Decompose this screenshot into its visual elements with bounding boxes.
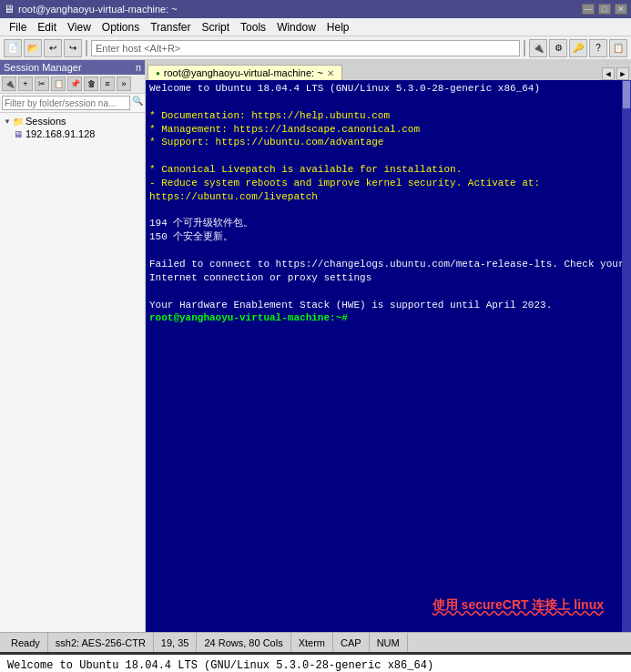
lower-terminal[interactable]: Welcome to Ubuntu 18.04.4 LTS (GNU/Linux… — [0, 652, 631, 672]
toolbar-sep1 — [86, 40, 87, 56]
lt-line-1: Welcome to Ubuntu 18.04.4 LTS (GNU/Linux… — [7, 658, 624, 672]
status-dimensions: 24 Rows, 80 Cols — [197, 633, 290, 652]
term-line-hwe: Your Hardware Enablement Stack (HWE) is … — [149, 299, 627, 312]
sessions-folder-icon: 📁 — [13, 116, 24, 127]
session-tb-more[interactable]: » — [117, 76, 131, 91]
session-panel: Session Manager п 🔌 + ✂ 📋 📌 🗑 ≡ » 🔍 ▼ 📁 … — [0, 60, 146, 632]
term-line-1: Welcome to Ubuntu 18.04.4 LTS (GNU/Linux… — [149, 82, 627, 96]
status-num: NUM — [370, 633, 408, 652]
term-line-support: * Support: https://ubuntu.com/advantage — [149, 136, 627, 149]
sessions-label: Sessions — [25, 116, 66, 127]
main-layout: Session Manager п 🔌 + ✂ 📋 📌 🗑 ≡ » 🔍 ▼ 📁 … — [0, 60, 631, 632]
toolbar-forward[interactable]: ↪ — [64, 39, 82, 57]
toolbar-new[interactable]: 📄 — [4, 39, 22, 57]
status-ready: Ready — [4, 633, 48, 652]
app-icon: 🖥 — [4, 3, 15, 15]
toolbar-key[interactable]: 🔑 — [569, 39, 587, 57]
term-line-proxy: Internet connection or proxy settings — [149, 271, 627, 285]
toolbar-open[interactable]: 📂 — [24, 39, 42, 57]
toolbar-settings[interactable]: ⚙ — [549, 39, 567, 57]
terminal-scrollbar[interactable] — [622, 80, 631, 632]
host-label: 192.168.91.128 — [25, 128, 95, 139]
tab-main[interactable]: ● root@yanghaoyu-virtual-machine: ~ ✕ — [148, 65, 342, 80]
session-tb-new[interactable]: + — [18, 76, 33, 91]
session-panel-header: Session Manager п — [0, 60, 145, 75]
session-tb-copy[interactable]: 📋 — [51, 76, 66, 91]
menu-help[interactable]: Help — [321, 18, 355, 36]
search-icon[interactable]: 🔍 — [132, 96, 143, 110]
minimize-button[interactable]: — — [582, 4, 595, 15]
tab-bar: ● root@yanghaoyu-virtual-machine: ~ ✕ ◀ … — [146, 60, 631, 80]
session-panel-title: Session Manager — [4, 62, 82, 73]
sessions-arrow-icon: ▼ — [4, 117, 11, 126]
tab-nav-left[interactable]: ◀ — [602, 67, 615, 80]
status-caps: CAP — [333, 633, 370, 652]
session-tb-delete[interactable]: 🗑 — [84, 76, 98, 91]
menu-options[interactable]: Options — [97, 18, 145, 36]
term-line-prompt: root@yanghaoyu-virtual-machine:~# — [149, 311, 627, 325]
host-icon: 🖥 — [13, 128, 24, 139]
tab-green-dot: ● — [156, 69, 160, 77]
tab-navigation: ◀ ▶ — [602, 67, 629, 80]
menu-window[interactable]: Window — [271, 18, 321, 36]
title-bar-left: 🖥 root@yanghaoyu-virtual-machine: ~ — [4, 3, 178, 15]
toolbar-sep2 — [524, 40, 525, 56]
session-tree: ▼ 📁 Sessions 🖥 192.168.91.128 — [0, 113, 145, 632]
term-line-doc: * Documentation: https://help.ubuntu.com — [149, 109, 627, 123]
menu-transfer[interactable]: Transfer — [145, 18, 196, 36]
term-line-reduce: - Reduce system reboots and improve kern… — [149, 177, 627, 190]
menu-tools[interactable]: Tools — [235, 18, 271, 36]
term-line-livepatch: * Canonical Livepatch is available for i… — [149, 163, 627, 177]
tree-sessions-group: 🖥 192.168.91.128 — [2, 127, 143, 140]
terminal-area: ● root@yanghaoyu-virtual-machine: ~ ✕ ◀ … — [146, 60, 631, 632]
status-position: 19, 35 — [154, 633, 198, 652]
title-bar-controls[interactable]: — □ ✕ — [582, 4, 627, 15]
annotation-securecrt: 使用 secureCRT 连接上 linux — [433, 597, 604, 612]
session-search-input[interactable] — [2, 96, 130, 110]
term-line-url: https://ubuntu.com/livepatch — [149, 190, 627, 204]
menu-bar: File Edit View Options Transfer Script T… — [0, 18, 631, 36]
toolbar: 📄 📂 ↩ ↪ 🔌 ⚙ 🔑 ? 📋 — [0, 36, 631, 60]
toolbar-help[interactable]: ? — [589, 39, 607, 57]
maximize-button[interactable]: □ — [598, 4, 611, 15]
menu-view[interactable]: View — [62, 18, 97, 36]
menu-script[interactable]: Script — [196, 18, 235, 36]
toolbar-extra[interactable]: 📋 — [609, 39, 627, 57]
session-search: 🔍 — [0, 94, 145, 113]
menu-file[interactable]: File — [4, 18, 32, 36]
address-input[interactable] — [91, 40, 520, 56]
tree-item-host[interactable]: 🖥 192.168.91.128 — [11, 127, 143, 140]
tab-nav-right[interactable]: ▶ — [616, 67, 629, 80]
status-encryption: ssh2: AES-256-CTR — [48, 633, 154, 652]
tree-item-sessions[interactable]: ▼ 📁 Sessions — [2, 115, 143, 127]
toolbar-connect[interactable]: 🔌 — [529, 39, 547, 57]
term-line-failed: Failed to connect to https://changelogs.… — [149, 258, 627, 271]
status-bar: Ready ssh2: AES-256-CTR 19, 35 24 Rows, … — [0, 632, 631, 652]
terminal-content[interactable]: Welcome to Ubuntu 18.04.4 LTS (GNU/Linux… — [146, 80, 631, 632]
window-title: root@yanghaoyu-virtual-machine: ~ — [18, 4, 178, 15]
term-line-mgmt: * Management: https://landscape.canonica… — [149, 123, 627, 137]
tab-close-button[interactable]: ✕ — [327, 68, 334, 78]
scrollbar-thumb — [623, 81, 630, 108]
session-toolbar: 🔌 + ✂ 📋 📌 🗑 ≡ » — [0, 75, 145, 94]
term-line-blank5 — [149, 285, 627, 299]
title-bar: 🖥 root@yanghaoyu-virtual-machine: ~ — □ … — [0, 0, 631, 18]
menu-edit[interactable]: Edit — [32, 18, 62, 36]
term-line-blank1 — [149, 96, 627, 109]
close-button[interactable]: ✕ — [615, 4, 627, 15]
status-terminal: Xterm — [291, 633, 333, 652]
session-tb-props[interactable]: ≡ — [100, 76, 115, 91]
tab-label: root@yanghaoyu-virtual-machine: ~ — [164, 67, 323, 78]
term-annotation: 使用 secureCRT 连接上 linux — [433, 596, 604, 614]
term-line-upgrades: 194 个可升级软件包。 — [149, 217, 627, 230]
term-line-security: 150 个安全更新。 — [149, 230, 627, 244]
term-line-blank2 — [149, 149, 627, 163]
session-panel-pin[interactable]: п — [136, 62, 141, 73]
session-tb-connect[interactable]: 🔌 — [2, 76, 16, 91]
term-line-blank4 — [149, 244, 627, 258]
session-tb-cut[interactable]: ✂ — [35, 76, 49, 91]
term-line-blank3 — [149, 204, 627, 218]
session-tb-paste[interactable]: 📌 — [67, 76, 82, 91]
toolbar-back[interactable]: ↩ — [44, 39, 62, 57]
